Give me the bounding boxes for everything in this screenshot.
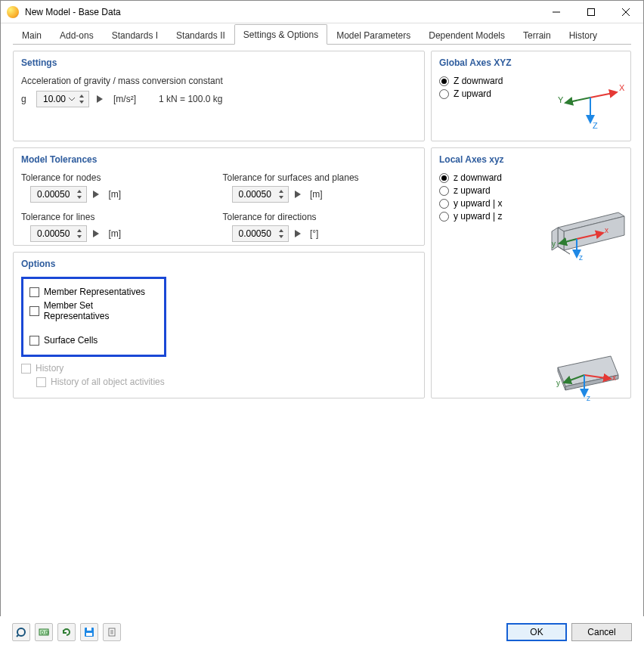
gravity-unit: [m/s²] bbox=[113, 94, 136, 104]
tolerance-lines-spinner[interactable]: 0.00050 bbox=[30, 225, 87, 242]
maximize-button[interactable] bbox=[574, 1, 608, 23]
spin-down-icon[interactable] bbox=[78, 99, 85, 105]
radio-local-z-up[interactable] bbox=[439, 186, 449, 196]
gravity-value: 10.00 bbox=[43, 94, 69, 104]
radio-z-upward[interactable] bbox=[439, 89, 449, 99]
tolerance-lines: Tolerance for lines 0.00050 [m] bbox=[21, 212, 215, 242]
apply-icon[interactable] bbox=[94, 91, 106, 107]
apply-icon[interactable] bbox=[90, 186, 102, 203]
ok-button[interactable]: OK bbox=[506, 623, 567, 641]
radio-local-y-up-z[interactable] bbox=[439, 212, 449, 222]
local-axes-panel: Local Axes xyz z downward z upward y upw… bbox=[431, 147, 631, 398]
spin-down-icon[interactable] bbox=[277, 234, 285, 240]
tolerance-surfaces-spinner[interactable]: 0.00050 bbox=[232, 186, 289, 203]
checkbox-history bbox=[21, 364, 31, 374]
label-local-y-up-x: y upward | x bbox=[454, 198, 502, 209]
checkbox-history-all bbox=[36, 377, 46, 387]
tab-standards-2[interactable]: Standards II bbox=[167, 25, 234, 45]
plate-diagram: x y z bbox=[535, 345, 626, 413]
local-axes-title: Local Axes xyz bbox=[439, 154, 623, 165]
titlebar: New Model - Base Data bbox=[1, 1, 643, 23]
svg-rect-32 bbox=[87, 628, 91, 631]
minimize-button[interactable] bbox=[539, 1, 574, 23]
apply-icon[interactable] bbox=[292, 186, 304, 203]
global-axes-diagram: X Y Z bbox=[556, 79, 624, 132]
tab-model-parameters[interactable]: Model Parameters bbox=[327, 25, 420, 45]
label-local-z-up: z upward bbox=[454, 185, 491, 196]
spin-up-icon[interactable] bbox=[76, 228, 83, 234]
svg-text:y: y bbox=[556, 379, 560, 387]
window-title: New Model - Base Data bbox=[25, 7, 539, 17]
label-member-rep: Member Representatives bbox=[44, 287, 145, 297]
tool-clipboard-icon[interactable] bbox=[103, 623, 121, 641]
svg-text:Y: Y bbox=[558, 95, 564, 104]
checkbox-member-rep[interactable] bbox=[29, 287, 39, 297]
tolerances-panel: Model Tolerances Tolerance for nodes 0.0… bbox=[13, 147, 425, 246]
g-symbol: g bbox=[21, 94, 32, 104]
label-z-upward: Z upward bbox=[454, 88, 491, 99]
cancel-button[interactable]: Cancel bbox=[571, 623, 632, 641]
tolerance-nodes: Tolerance for nodes 0.00050 [m] bbox=[21, 172, 215, 203]
apply-icon[interactable] bbox=[292, 225, 304, 242]
spin-up-icon[interactable] bbox=[277, 188, 285, 194]
radio-local-y-up-x[interactable] bbox=[439, 199, 449, 209]
label-local-y-up-z: y upward | z bbox=[454, 211, 502, 222]
svg-line-3 bbox=[565, 98, 590, 103]
global-axes-title: Global Axes XYZ bbox=[439, 57, 623, 68]
tab-history[interactable]: History bbox=[560, 25, 606, 45]
svg-text:z: z bbox=[579, 253, 583, 262]
checkbox-member-set-rep[interactable] bbox=[29, 306, 39, 316]
spin-up-icon[interactable] bbox=[78, 93, 85, 99]
svg-rect-0 bbox=[588, 8, 595, 15]
tolerance-nodes-label: Tolerance for nodes bbox=[21, 172, 101, 183]
tool-units-icon[interactable]: 0.00 bbox=[35, 623, 53, 641]
spin-up-icon[interactable] bbox=[277, 228, 285, 234]
checkbox-surface-cells[interactable] bbox=[29, 336, 39, 346]
close-button[interactable] bbox=[608, 1, 643, 23]
svg-rect-33 bbox=[86, 633, 92, 636]
label-history-all: History of all object activities bbox=[51, 377, 165, 387]
radio-z-downward[interactable] bbox=[439, 76, 449, 86]
svg-text:x: x bbox=[605, 226, 608, 234]
tool-save-icon[interactable] bbox=[80, 623, 98, 641]
tolerance-lines-label: Tolerance for lines bbox=[21, 212, 94, 222]
tab-standards-1[interactable]: Standards I bbox=[103, 25, 167, 45]
app-icon bbox=[7, 6, 19, 18]
spin-up-icon[interactable] bbox=[76, 188, 83, 194]
svg-text:y: y bbox=[552, 240, 556, 248]
label-local-z-down: z downward bbox=[454, 172, 502, 183]
radio-local-z-down[interactable] bbox=[439, 173, 449, 183]
tab-main[interactable]: Main bbox=[13, 25, 51, 45]
gravity-label: Acceleration of gravity / mass conversio… bbox=[21, 76, 416, 86]
svg-point-27 bbox=[17, 628, 25, 636]
settings-panel: Settings Acceleration of gravity / mass … bbox=[13, 51, 425, 141]
options-panel: Options Member Representatives Member Se… bbox=[13, 252, 425, 398]
tool-calc-icon[interactable] bbox=[12, 623, 30, 641]
tolerance-surfaces-label: Tolerance for surfaces and planes bbox=[223, 172, 359, 183]
label-member-set-rep: Member Set Representatives bbox=[44, 300, 158, 321]
tolerance-directions-spinner[interactable]: 0.00050 bbox=[232, 225, 289, 242]
svg-text:x: x bbox=[612, 374, 616, 382]
tab-addons[interactable]: Add-ons bbox=[51, 25, 103, 45]
label-z-downward: Z downward bbox=[454, 76, 503, 86]
spin-down-icon[interactable] bbox=[76, 194, 83, 200]
chevron-down-icon bbox=[69, 96, 75, 102]
svg-line-1 bbox=[590, 92, 617, 98]
svg-line-28 bbox=[17, 635, 18, 637]
tolerances-title: Model Tolerances bbox=[21, 154, 416, 165]
tab-dependent-models[interactable]: Dependent Models bbox=[420, 25, 514, 45]
tab-row: Main Add-ons Standards I Standards II Se… bbox=[1, 23, 643, 45]
tool-refresh-icon[interactable] bbox=[57, 623, 76, 641]
apply-icon[interactable] bbox=[90, 225, 102, 242]
svg-text:z: z bbox=[587, 394, 590, 402]
beam-diagram: x y z bbox=[535, 201, 626, 262]
spin-down-icon[interactable] bbox=[277, 194, 285, 200]
tab-settings-options[interactable]: Settings & Options bbox=[234, 24, 327, 45]
gravity-conversion: 1 kN = 100.0 kg bbox=[159, 94, 222, 104]
spin-down-icon[interactable] bbox=[76, 234, 83, 240]
svg-text:0.00: 0.00 bbox=[41, 630, 49, 635]
gravity-spinner[interactable]: 10.00 bbox=[36, 91, 89, 107]
options-highlight: Member Representatives Member Set Repres… bbox=[21, 277, 166, 357]
tab-terrain[interactable]: Terrain bbox=[514, 25, 560, 45]
tolerance-nodes-spinner[interactable]: 0.00050 bbox=[30, 186, 87, 203]
